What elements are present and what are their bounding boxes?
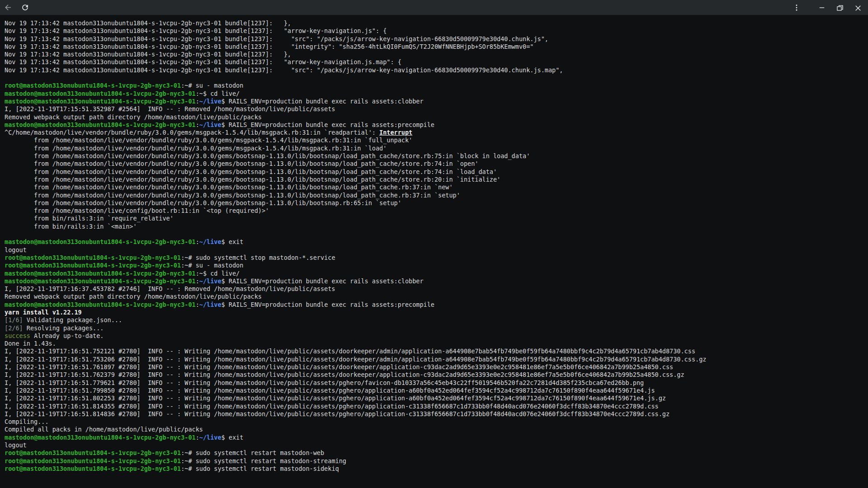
- titlebar-controls-group: [790, 1, 864, 14]
- terminal-line: I, [2022-11-19T17:16:51.814355 #2780] IN…: [5, 403, 868, 410]
- terminal-line: [1/6] Validating package.json...: [5, 316, 868, 324]
- terminal-line: I, [2022-11-19T17:16:51.802253 #2780] IN…: [5, 394, 868, 402]
- terminal-line: success Already up-to-date.: [5, 332, 868, 340]
- terminal-line: [5, 230, 868, 238]
- back-icon: [4, 3, 12, 12]
- terminal-line: [2/6] Resolving packages...: [5, 324, 868, 332]
- terminal-output: Nov 19 17:13:42 mastodon313onubuntu1804-…: [5, 19, 868, 473]
- titlebar-nav-group: [1, 1, 31, 14]
- terminal-line: from /home/mastodon/live/config/boot.rb:…: [5, 207, 868, 215]
- terminal-line: Nov 19 17:13:42 mastodon313onubuntu1804-…: [5, 43, 868, 51]
- terminal-line: root@mastodon313onubuntu1804-s-1vcpu-2gb…: [5, 254, 868, 262]
- minimize-icon: [818, 4, 826, 12]
- terminal-line: I, [2022-11-19T17:16:51.761897 #2780] IN…: [5, 363, 868, 371]
- minimize-button[interactable]: [816, 1, 828, 14]
- back-button[interactable]: [1, 1, 14, 14]
- terminal-line: root@mastodon313onubuntu1804-s-1vcpu-2gb…: [5, 457, 868, 465]
- terminal-line: ^C/home/mastodon/live/vendor/bundle/ruby…: [5, 129, 868, 136]
- terminal-line: from bin/rails:3:in `require_relative': [5, 215, 868, 222]
- terminal-line: mastodon@mastodon313onubuntu1804-s-1vcpu…: [5, 277, 868, 285]
- kebab-menu-icon: [793, 4, 801, 12]
- terminal-line: Compiling...: [5, 418, 868, 426]
- terminal[interactable]: Nov 19 17:13:42 mastodon313onubuntu1804-…: [0, 15, 868, 488]
- terminal-line: mastodon@mastodon313onubuntu1804-s-1vcpu…: [5, 434, 868, 441]
- terminal-line: Removed webpack output path directory /h…: [5, 113, 868, 121]
- terminal-line: root@mastodon313onubuntu1804-s-1vcpu-2gb…: [5, 262, 868, 269]
- terminal-line: from bin/rails:3:in `<main>': [5, 223, 868, 230]
- terminal-line: Done in 1.43s.: [5, 340, 868, 347]
- reload-icon: [21, 3, 29, 12]
- terminal-line: Nov 19 17:13:42 mastodon313onubuntu1804-…: [5, 58, 868, 66]
- terminal-line: Nov 19 17:13:42 mastodon313onubuntu1804-…: [5, 66, 868, 74]
- terminal-line: I, [2022-11-19T17:16:51.799850 #2780] IN…: [5, 387, 868, 394]
- terminal-line: Nov 19 17:13:42 mastodon313onubuntu1804-…: [5, 35, 868, 43]
- terminal-line: from /home/mastodon/live/vendor/bundle/r…: [5, 192, 868, 199]
- terminal-line: I, [2022-11-19T17:16:51.753206 #2780] IN…: [5, 356, 868, 363]
- terminal-line: root@mastodon313onubuntu1804-s-1vcpu-2gb…: [5, 82, 868, 89]
- terminal-line: mastodon@mastodon313onubuntu1804-s-1vcpu…: [5, 270, 868, 277]
- terminal-line: mastodon@mastodon313onubuntu1804-s-1vcpu…: [5, 90, 868, 98]
- terminal-line: I, [2022-11-19T17:16:51.752121 #2780] IN…: [5, 347, 868, 355]
- terminal-line: Compiled all packs in /home/mastodon/liv…: [5, 426, 868, 433]
- menu-button[interactable]: [790, 1, 803, 14]
- terminal-line: from /home/mastodon/live/vendor/bundle/r…: [5, 199, 868, 207]
- terminal-line: mastodon@mastodon313onubuntu1804-s-1vcpu…: [5, 301, 868, 309]
- terminal-line: Removed webpack output path directory /h…: [5, 293, 868, 300]
- terminal-line: [5, 74, 868, 82]
- terminal-line: from /home/mastodon/live/vendor/bundle/r…: [5, 145, 868, 152]
- terminal-line: I, [2022-11-19T17:16:51.814836 #2780] IN…: [5, 410, 868, 418]
- window-titlebar: [0, 0, 868, 15]
- reload-button[interactable]: [19, 1, 31, 14]
- terminal-line: from /home/mastodon/live/vendor/bundle/r…: [5, 136, 868, 144]
- terminal-line: logout: [5, 246, 868, 254]
- terminal-line: mastodon@mastodon313onubuntu1804-s-1vcpu…: [5, 121, 868, 129]
- close-icon: [854, 4, 862, 12]
- terminal-line: I, [2022-11-19T17:16:37.453782 #2746] IN…: [5, 285, 868, 293]
- terminal-line: from /home/mastodon/live/vendor/bundle/r…: [5, 152, 868, 160]
- restore-button[interactable]: [834, 1, 846, 14]
- terminal-line: Nov 19 17:13:42 mastodon313onubuntu1804-…: [5, 19, 868, 27]
- terminal-line: I, [2022-11-19T17:16:51.779621 #2780] IN…: [5, 379, 868, 387]
- terminal-line: Nov 19 17:13:42 mastodon313onubuntu1804-…: [5, 51, 868, 58]
- terminal-line: I, [2022-11-19T17:15:51.352987 #2564] IN…: [5, 105, 868, 113]
- terminal-line: mastodon@mastodon313onubuntu1804-s-1vcpu…: [5, 98, 868, 105]
- restore-icon: [836, 4, 844, 12]
- terminal-line: I, [2022-11-19T17:16:51.762379 #2780] IN…: [5, 371, 868, 379]
- terminal-line: from /home/mastodon/live/vendor/bundle/r…: [5, 168, 868, 176]
- close-button[interactable]: [852, 1, 864, 14]
- terminal-line: from /home/mastodon/live/vendor/bundle/r…: [5, 176, 868, 183]
- terminal-line: from /home/mastodon/live/vendor/bundle/r…: [5, 160, 868, 168]
- terminal-line: Nov 19 17:13:42 mastodon313onubuntu1804-…: [5, 27, 868, 35]
- terminal-line: root@mastodon313onubuntu1804-s-1vcpu-2gb…: [5, 465, 868, 473]
- terminal-line: from /home/mastodon/live/vendor/bundle/r…: [5, 183, 868, 191]
- terminal-line: yarn install v1.22.19: [5, 309, 868, 316]
- terminal-line: mastodon@mastodon313onubuntu1804-s-1vcpu…: [5, 238, 868, 246]
- terminal-line: logout: [5, 441, 868, 449]
- terminal-line: root@mastodon313onubuntu1804-s-1vcpu-2gb…: [5, 449, 868, 457]
